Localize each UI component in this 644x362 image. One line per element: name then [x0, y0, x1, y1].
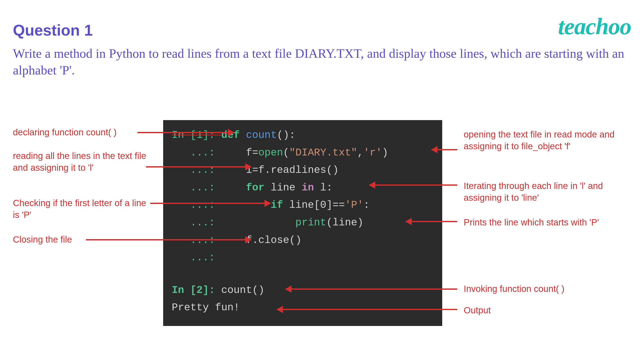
- arrow-icon: [150, 203, 270, 204]
- code-line-2: ...: f=open("DIARY.txt",'r'): [172, 144, 434, 162]
- annotation-prints: Prints the line which starts with 'P': [464, 217, 636, 228]
- arrow-icon: [138, 132, 234, 133]
- arrow-icon: [286, 289, 457, 290]
- code-line-4: ...: for line in l:: [172, 179, 434, 197]
- arrow-icon: [277, 309, 457, 310]
- annotation-invoking: Invoking function count( ): [464, 283, 618, 295]
- arrow-icon: [369, 184, 457, 186]
- annotation-checking: Checking if the first letter of a line i…: [13, 197, 150, 221]
- code-line-9: In [2]: count(): [172, 282, 434, 299]
- annotation-reading: reading all the lines in the text file a…: [13, 150, 150, 173]
- question-heading: Question 1: [13, 21, 93, 39]
- annotation-declaring: declaring function count( ): [13, 126, 150, 138]
- code-line-10: Pretty fun!: [172, 299, 434, 317]
- code-blank-line: [172, 267, 434, 282]
- arrow-icon: [146, 166, 251, 167]
- arrow-icon: [86, 239, 251, 240]
- question-text: Write a method in Python to read lines f…: [13, 45, 631, 78]
- annotation-opening: opening the text file in read mode and a…: [464, 129, 618, 152]
- code-line-6: ...: print(line): [172, 214, 434, 232]
- code-line-5: ...: if line[0]=='P':: [172, 196, 434, 214]
- code-line-1: In [1]: def count():: [172, 126, 434, 144]
- annotation-output: Output: [464, 305, 618, 316]
- code-editor-snippet: In [1]: def count(): ...: f=open("DIARY.…: [163, 120, 442, 326]
- code-line-3: ...: l=f.readlines(): [172, 161, 434, 179]
- annotation-iterating: Iterating through each line in 'l' and a…: [464, 180, 618, 204]
- code-line-8: ...:: [172, 249, 434, 267]
- arrow-icon: [406, 221, 457, 222]
- arrow-icon: [432, 149, 457, 150]
- brand-logo: teachoo: [558, 13, 631, 40]
